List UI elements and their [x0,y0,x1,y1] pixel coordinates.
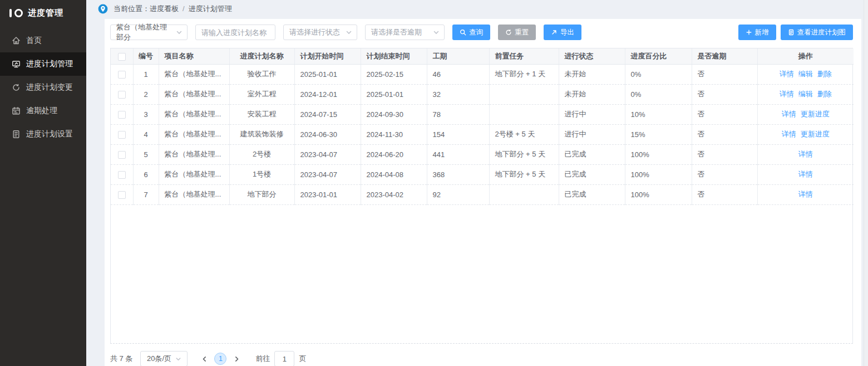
add-button-label: 新增 [755,28,769,37]
reset-button[interactable]: 重置 [498,25,536,40]
goto-page-input[interactable] [274,351,294,366]
cell-overdue: 否 [692,84,757,104]
prev-page-button[interactable] [198,351,211,366]
cell-plan: 验收工作 [229,64,294,84]
edit-link[interactable]: 编辑 [798,70,813,78]
cell-overdue: 否 [692,164,757,184]
cell-duration: 46 [427,64,489,84]
detail-link[interactable]: 详情 [798,170,813,178]
sidebar-item-plan-manage[interactable]: 进度计划管理 [0,52,86,76]
cell-status: 已完成 [559,144,625,164]
delete-link[interactable]: 删除 [817,70,832,78]
cell-duration: 92 [427,184,489,204]
update-progress-link[interactable]: 更新进度 [801,130,830,138]
detail-link[interactable]: 详情 [780,70,794,78]
table-row: 5 紫台（地基处理... 2号楼 2023-04-07 2024-06-20 4… [111,144,854,164]
search-button-label: 查询 [469,28,483,37]
plus-icon [746,29,752,36]
cell-duration: 154 [427,124,489,144]
edit-link[interactable]: 编辑 [798,90,813,98]
logo-circle-icon [14,9,23,17]
col-overdue: 是否逾期 [692,48,757,64]
search-button[interactable]: 查询 [452,25,490,40]
plan-change-icon [12,83,21,92]
cell-end: 2024-11-30 [361,124,427,144]
sidebar-item-home[interactable]: 首页 [0,29,86,52]
cell-num: 5 [133,144,159,164]
breadcrumb-link-dashboard[interactable]: 进度看板 [150,4,179,13]
chevron-left-icon [201,356,208,362]
plan-name-input-wrap [195,25,275,40]
sidebar-item-label: 首页 [26,36,42,46]
sidebar-item-plan-change[interactable]: 进度计划变更 [0,76,86,99]
cell-duration: 78 [427,104,489,124]
row-checkbox[interactable] [118,71,126,79]
update-progress-link[interactable]: 更新进度 [801,110,830,118]
cell-pretask: 2号楼 + 5 天 [489,124,559,144]
row-checkbox[interactable] [118,111,126,119]
location-pin-icon [98,4,108,14]
sidebar-item-overdue[interactable]: 逾期处理 [0,99,86,123]
col-status: 进行状态 [559,48,625,64]
plan-name-input[interactable] [201,28,270,37]
col-percent: 进度百分比 [625,48,692,64]
row-checkbox[interactable] [118,191,126,199]
page-number-1[interactable]: 1 [214,353,226,365]
detail-link[interactable]: 详情 [782,110,796,118]
overdue-select-placeholder: 请选择是否逾期 [371,27,422,37]
cell-start: 2024-12-01 [294,84,361,104]
logo-bar-icon [9,9,12,17]
overdue-select[interactable]: 请选择是否逾期 [365,25,445,40]
detail-link[interactable]: 详情 [780,90,794,98]
col-plan: 进度计划名称 [229,48,294,64]
app-logo: 进度管理 [0,0,86,26]
row-checkbox[interactable] [118,151,126,159]
detail-link[interactable]: 详情 [798,190,813,198]
sidebar-item-plan-settings[interactable]: 进度计划设置 [0,123,86,146]
cell-end: 2024-04-08 [361,164,427,184]
select-all-checkbox[interactable] [118,53,126,61]
cell-percent: 10% [625,104,692,124]
cell-pretask: 地下部分 + 1 天 [489,64,559,84]
cell-start: 2023-04-07 [294,164,361,184]
cell-num: 7 [133,184,159,204]
cell-duration: 368 [427,164,489,184]
row-checkbox[interactable] [118,91,126,99]
cell-status: 未开始 [559,84,625,104]
cell-end: 2025-01-01 [361,84,427,104]
cell-status: 已完成 [559,164,625,184]
cell-project: 紫台（地基处理... [159,164,229,184]
chevron-down-icon [346,29,352,36]
detail-link[interactable]: 详情 [798,150,813,158]
col-operation: 操作 [757,48,854,64]
delete-link[interactable]: 删除 [817,90,832,98]
table-row: 7 紫台（地基处理... 地下部分 2023-01-01 2023-04-02 … [111,184,854,204]
cell-status: 进行中 [559,124,625,144]
cell-pretask [489,184,559,204]
chevron-down-icon [175,356,181,362]
cell-overdue: 否 [692,124,757,144]
next-page-button[interactable] [230,351,243,366]
status-select[interactable]: 请选择进行状态 [283,25,357,40]
row-checkbox[interactable] [118,131,126,139]
cell-start: 2024-07-15 [294,104,361,124]
export-button[interactable]: 导出 [544,25,581,40]
filter-toolbar: 紫台（地基处理部分 请选择进行状态 请选择是否逾期 查询 重置 导出 [110,25,853,40]
detail-link[interactable]: 详情 [782,130,796,138]
row-checkbox[interactable] [118,171,126,179]
page-size-select[interactable]: 20条/页 [140,351,188,366]
add-button[interactable]: 新增 [738,25,776,40]
table-header-row: 编号 项目名称 进度计划名称 计划开始时间 计划结束时间 工期 前置任务 进行状… [111,48,854,64]
sidebar: 进度管理 首页 进度计划管理 进度计划变更 逾期处理 进度计划设置 [0,0,86,366]
cell-plan: 1号楼 [229,164,294,184]
project-select[interactable]: 紫台（地基处理部分 [110,25,188,40]
page-scrollbar[interactable] [864,0,868,366]
content-card: 紫台（地基处理部分 请选择进行状态 请选择是否逾期 查询 重置 导出 [105,19,861,366]
export-arrow-icon [551,29,558,36]
cell-start: 2023-04-07 [294,144,361,164]
view-plan-chart-button[interactable]: 查看进度计划图 [781,25,854,40]
cell-percent: 15% [625,124,692,144]
cell-project: 紫台（地基处理... [159,84,229,104]
plan-manage-icon [12,60,21,69]
col-end: 计划结束时间 [361,48,427,64]
